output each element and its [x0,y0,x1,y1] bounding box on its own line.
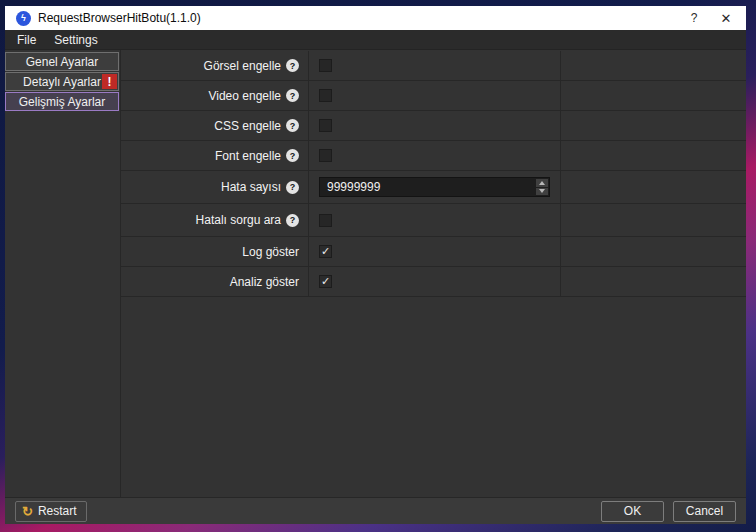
menu-item-settings[interactable]: Settings [45,30,106,49]
row-label-cell: Font engelle? [121,141,309,170]
row-control-cell [309,204,561,236]
spin-up-button[interactable] [536,179,548,187]
form-row-video-engelle: Video engelle? [121,81,746,111]
titlebar: ϟ RequestBrowserHitBotu(1.1.0) ? ✕ [5,6,746,30]
sidebar-tab-label: Genel Ayarlar [26,55,99,69]
form-row-css-engelle: CSS engelle? [121,111,746,141]
row-label: Hata sayısı [221,180,281,194]
row-extra-cell [561,171,746,203]
row-extra-cell [561,51,746,80]
spinbox-hata-sayisi[interactable]: 99999999 [319,177,550,197]
row-label: Video engelle [208,89,281,103]
form-row-hata-sayisi: Hata sayısı?99999999 [121,171,746,204]
window-title: RequestBrowserHitBotu(1.1.0) [38,11,201,25]
row-label-cell: Video engelle? [121,81,309,110]
help-icon[interactable]: ? [286,89,299,102]
row-extra-cell [561,204,746,236]
form-row-analiz-goster: Analiz göster✓ [121,267,746,297]
warning-badge: ! [102,74,117,89]
row-control-cell [309,111,561,140]
restart-button[interactable]: ↻ Restart [15,501,87,522]
sidebar-tab-label: Gelişmiş Ayarlar [19,95,105,109]
app-icon: ϟ [16,11,31,26]
row-label-cell: Hatalı sorgu ara? [121,204,309,236]
help-icon[interactable]: ? [678,6,710,30]
spin-down-button[interactable] [536,188,548,196]
menubar: FileSettings [5,30,746,50]
menu-item-file[interactable]: File [8,30,45,49]
row-extra-cell [561,267,746,296]
row-control-cell: 99999999 [309,171,561,203]
sidebar-tab-genel-ayarlar[interactable]: Genel Ayarlar [5,52,119,71]
sidebar-tab-label: Detaylı Ayarlar [23,75,101,89]
sidebar-tab-gelismis-ayarlar[interactable]: Gelişmiş Ayarlar [5,92,119,111]
row-label: Font engelle [215,149,281,163]
desktop-background: ϟ RequestBrowserHitBotu(1.1.0) ? ✕ FileS… [0,0,756,532]
checkbox-css-engelle[interactable] [319,119,332,132]
footer-bar: ↻ Restart OK Cancel [5,497,746,524]
spinbox-value: 99999999 [320,178,535,196]
row-label: Log göster [242,245,299,259]
form-row-hatali-sorgu-ara: Hatalı sorgu ara? [121,204,746,237]
close-icon[interactable]: ✕ [710,6,742,30]
help-icon[interactable]: ? [286,181,299,194]
form-row-gorsel-engelle: Görsel engelle? [121,51,746,81]
help-icon[interactable]: ? [286,149,299,162]
app-window: ϟ RequestBrowserHitBotu(1.1.0) ? ✕ FileS… [5,6,746,524]
row-extra-cell [561,111,746,140]
main-area: Genel AyarlarDetaylı Ayarlar!Gelişmiş Ay… [5,50,746,497]
cancel-button[interactable]: Cancel [673,501,736,522]
spin-up-icon [539,181,545,185]
row-control-cell: ✓ [309,237,561,266]
titlebar-buttons: ? ✕ [678,6,746,30]
row-label-cell: Log göster [121,237,309,266]
row-control-cell [309,81,561,110]
row-control-cell: ✓ [309,267,561,296]
restart-icon: ↻ [22,505,33,518]
sidebar-tab-detayli-ayarlar[interactable]: Detaylı Ayarlar! [5,72,119,91]
restart-button-label: Restart [38,504,77,518]
checkbox-hatali-sorgu-ara[interactable] [319,214,332,227]
ok-button[interactable]: OK [601,501,664,522]
row-label: CSS engelle [214,119,281,133]
checkbox-video-engelle[interactable] [319,89,332,102]
spin-down-icon [539,189,545,193]
row-label: Görsel engelle [204,59,281,73]
checkbox-log-goster[interactable]: ✓ [319,245,332,258]
checkbox-gorsel-engelle[interactable] [319,59,332,72]
checkbox-font-engelle[interactable] [319,149,332,162]
row-control-cell [309,141,561,170]
row-label: Hatalı sorgu ara [196,213,281,227]
row-extra-cell [561,141,746,170]
settings-form: Görsel engelle?Video engelle?CSS engelle… [120,50,746,497]
help-icon[interactable]: ? [286,59,299,72]
help-icon[interactable]: ? [286,119,299,132]
row-label-cell: Analiz göster [121,267,309,296]
row-extra-cell [561,237,746,266]
spinbox-spinner [535,178,549,196]
sidebar: Genel AyarlarDetaylı Ayarlar!Gelişmiş Ay… [5,50,120,497]
row-extra-cell [561,81,746,110]
row-label-cell: Görsel engelle? [121,51,309,80]
help-icon[interactable]: ? [286,214,299,227]
row-label-cell: CSS engelle? [121,111,309,140]
form-row-log-goster: Log göster✓ [121,237,746,267]
checkbox-analiz-goster[interactable]: ✓ [319,275,332,288]
row-control-cell [309,51,561,80]
row-label-cell: Hata sayısı? [121,171,309,203]
form-row-font-engelle: Font engelle? [121,141,746,171]
row-label: Analiz göster [230,275,299,289]
